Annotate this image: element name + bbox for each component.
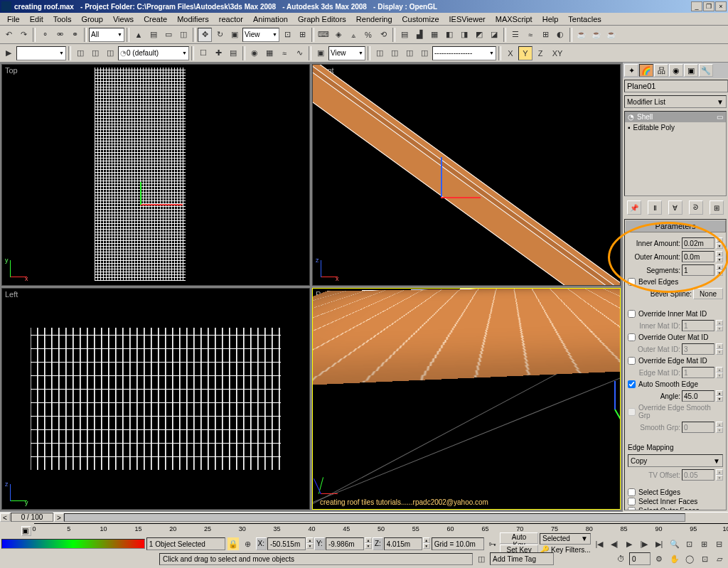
time-slider-track[interactable] [64, 513, 685, 522]
scale-button[interactable]: ▣ [228, 28, 242, 42]
time-slider-prev[interactable]: < [0, 513, 10, 522]
edge-mapping-dropdown[interactable]: Copy▼ [628, 454, 723, 467]
keyboard-shortcut-button[interactable]: ⌨ [316, 28, 331, 42]
quick-render-button[interactable]: ☕ [604, 28, 619, 42]
reactor-rope-button[interactable]: ∿ [292, 46, 306, 60]
auto-smooth-check[interactable] [628, 380, 636, 388]
misc-button-5[interactable]: ◫ [417, 46, 432, 60]
viewport-perspective[interactable]: Perspective creating roof tiles tutorial… [312, 288, 621, 510]
redo-button[interactable]: ↷ [16, 28, 31, 42]
rotate-button[interactable]: ↻ [213, 28, 227, 42]
misc-button-3[interactable]: ◫ [387, 46, 402, 60]
layer-toggle-button[interactable]: ◫ [73, 46, 87, 60]
current-frame-field[interactable]: 0 [629, 552, 651, 565]
align-button[interactable]: ▦ [427, 28, 441, 42]
remove-modifier-button[interactable]: ᘐ [689, 200, 703, 215]
stack-shell[interactable]: ◔Shell▭ [625, 112, 726, 122]
comm-center-button[interactable]: ◫ [474, 552, 488, 566]
zoom-extents-all-button[interactable]: ⊟ [712, 537, 727, 551]
material-editor-button[interactable]: ◐ [553, 28, 567, 42]
layer-dropdown[interactable]: ◔ 0 (default)▼ [118, 46, 189, 60]
maximize-button[interactable]: ❐ [703, 1, 714, 11]
pan-button[interactable]: ✋ [668, 552, 682, 566]
motion-tab[interactable]: ◉ [669, 64, 683, 77]
align-camera-button[interactable]: ◪ [487, 28, 501, 42]
override-edge-check[interactable] [628, 357, 636, 365]
render-last-button[interactable]: ☕ [589, 28, 604, 42]
axis-z-button[interactable]: Z [533, 46, 547, 60]
place-highlight-button[interactable]: ◩ [472, 28, 486, 42]
bevel-edges-check[interactable] [628, 278, 636, 286]
time-config-2-button[interactable]: ⚙ [652, 552, 666, 566]
listener-button[interactable]: ▶ [1, 46, 16, 60]
time-slider-indicator[interactable]: 0 / 100 [11, 513, 53, 522]
zoom-extents-button[interactable]: ⊞ [697, 537, 712, 551]
bind-button[interactable]: ⚭ [68, 28, 82, 42]
x-coord-field[interactable]: -50.515m [267, 537, 306, 550]
xref-button[interactable]: ✚ [211, 46, 225, 60]
hierarchy-tab[interactable]: 品 [654, 64, 668, 77]
fov-button[interactable]: ▱ [712, 552, 727, 566]
menu-modifiers[interactable]: Modifiers [173, 14, 213, 25]
edge-mat-spinner[interactable]: 1 [682, 367, 714, 378]
curve-editor-button[interactable]: ≈ [523, 28, 537, 42]
refcoord-dropdown[interactable]: View▼ [242, 28, 279, 42]
menu-rendering[interactable]: Rendering [352, 14, 397, 25]
arc-rotate-button[interactable]: ◯ [682, 552, 697, 566]
close-button[interactable]: × [715, 1, 727, 11]
misc-button-2[interactable]: ◫ [373, 46, 387, 60]
menu-reactor[interactable]: reactor [215, 14, 247, 25]
override-inner-check[interactable] [628, 310, 636, 318]
dashes-dropdown[interactable]: ----------------▼ [432, 46, 496, 60]
named-selection-dropdown[interactable]: ▼ [16, 46, 66, 60]
reactor-cloth-button[interactable]: ▦ [262, 46, 277, 60]
modify-tab[interactable]: 🌈 [639, 64, 653, 77]
minimize-button[interactable]: _ [691, 1, 702, 11]
menu-maxscript[interactable]: MAXScript [491, 14, 537, 25]
track-bar[interactable] [1, 539, 145, 549]
parameters-rollout-header[interactable]: Parameters [625, 220, 726, 232]
reactor-water-button[interactable]: ≈ [277, 46, 291, 60]
axis-xy-button[interactable]: XY [548, 46, 567, 60]
prev-frame-button[interactable]: ◀| [607, 537, 621, 551]
menu-customize[interactable]: Customize [398, 14, 444, 25]
select-edges-check[interactable] [628, 488, 636, 496]
show-end-button[interactable]: Ⅱ [648, 200, 662, 215]
select-outer-check[interactable] [628, 507, 636, 510]
add-time-tag[interactable]: Add Time Tag [490, 552, 554, 565]
inner-mat-spinner[interactable]: 1 [682, 320, 714, 331]
time-slider-next[interactable]: > [54, 513, 64, 522]
pivot-button[interactable]: ⊡ [280, 28, 294, 42]
angle-snap-button[interactable]: ⟁ [346, 28, 360, 42]
object-name-field[interactable] [624, 80, 728, 92]
viewport-front[interactable]: Front x z [312, 64, 621, 286]
modifier-list-dropdown[interactable]: Modifier List▼ [624, 95, 727, 108]
percent-snap-button[interactable]: % [361, 28, 375, 42]
normal-align-button[interactable]: ◨ [457, 28, 471, 42]
menu-views[interactable]: Views [109, 14, 138, 25]
timeline[interactable]: ▣ 05101520253035404550556065707580859095… [0, 522, 728, 536]
inner-amount-spinner[interactable]: 0.02m [682, 237, 714, 249]
window-crossing-button[interactable]: ◫ [176, 28, 191, 42]
unlink-button[interactable]: ⚮ [53, 28, 67, 42]
selection-filter-dropdown[interactable]: All▼ [89, 28, 124, 42]
outer-mat-spinner[interactable]: 3 [682, 343, 714, 355]
link-button[interactable]: ⚬ [38, 28, 52, 42]
spinner-snap-button[interactable]: ⟲ [376, 28, 390, 42]
min-max-toggle-button[interactable]: ⊡ [697, 552, 712, 566]
zoom-all-button[interactable]: ⊡ [682, 537, 697, 551]
play-button[interactable]: ▶ [622, 537, 636, 551]
menu-edit[interactable]: Edit [26, 14, 48, 25]
create-tab[interactable]: ✦ [624, 64, 638, 77]
z-coord-field[interactable]: 4.015m [384, 537, 422, 550]
display-button[interactable]: ▤ [226, 46, 240, 60]
segments-spinner[interactable]: 1 [682, 264, 714, 276]
manipulate-button[interactable]: ⊞ [295, 28, 309, 42]
axis-y-button[interactable]: Y [518, 46, 532, 60]
ref-dropdown-2[interactable]: View▼ [328, 46, 365, 60]
make-unique-button[interactable]: ∀ [668, 200, 682, 215]
undo-button[interactable]: ↶ [1, 28, 16, 42]
select-name-button[interactable]: ▤ [146, 28, 161, 42]
viewport-left[interactable]: Left y z [1, 288, 310, 510]
zoom-button[interactable]: 🔍 [668, 537, 682, 551]
